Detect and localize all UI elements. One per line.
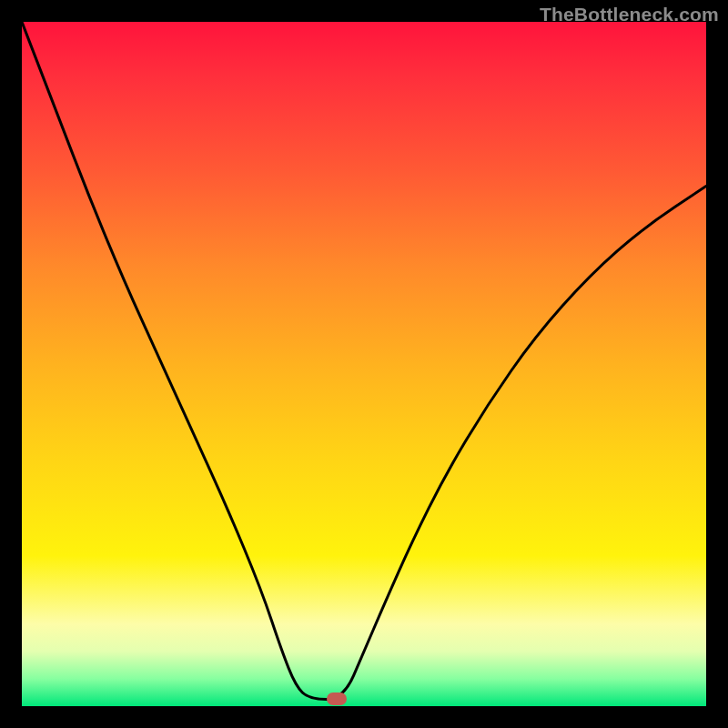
bottleneck-curve [22, 22, 706, 706]
chart-frame: TheBottleneck.com [0, 0, 728, 728]
watermark-label: TheBottleneck.com [540, 4, 719, 25]
plot-area [22, 22, 706, 706]
bottleneck-marker [327, 693, 347, 705]
